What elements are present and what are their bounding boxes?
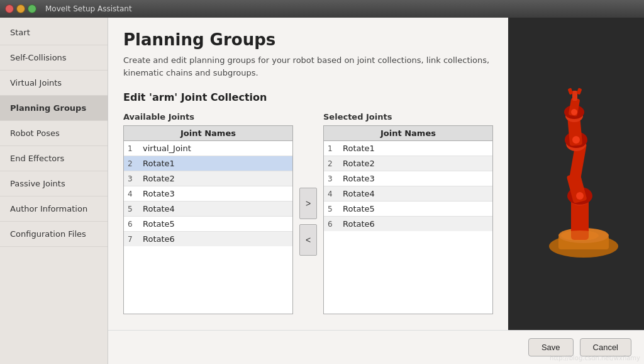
window-controls[interactable]: [5, 4, 36, 13]
available-joint-row-1[interactable]: 1 virtual_Joint: [124, 141, 292, 156]
sidebar-item-planning-groups[interactable]: Planning Groups: [0, 96, 108, 121]
joint-name-7: Rotate6: [143, 234, 175, 244]
selected-joint-row-1[interactable]: 1 Rotate1: [324, 141, 492, 156]
selected-joints-panel: Selected Joints Joint Names 1 Rotate1 2 …: [323, 112, 493, 314]
sidebar-item-virtual-joints[interactable]: Virtual Joints: [0, 71, 108, 96]
joint-name-4: Rotate3: [143, 189, 175, 198]
selected-joint-index-5: 5: [328, 205, 339, 213]
sidebar-item-start[interactable]: Start: [0, 20, 108, 45]
section-title: Edit 'arm' Joint Collection: [123, 91, 493, 103]
svg-point-19: [572, 136, 580, 144]
selected-joint-index-2: 2: [328, 159, 339, 168]
selected-joint-name-1: Rotate1: [343, 144, 375, 153]
joint-name-5: Rotate4: [143, 204, 175, 213]
footer: Save Cancel http://blog.csdn.net/wxflamy: [108, 330, 644, 364]
selected-joint-name-2: Rotate2: [343, 159, 375, 168]
selected-joint-name-5: Rotate5: [343, 204, 375, 213]
sidebar-item-end-effectors[interactable]: End Effectors: [0, 146, 108, 171]
minimize-button[interactable]: [16, 4, 25, 13]
titlebar: MoveIt Setup Assistant: [0, 0, 644, 18]
svg-rect-14: [572, 91, 577, 101]
sidebar-item-self-collisions[interactable]: Self-Collisions: [0, 45, 108, 71]
svg-point-18: [576, 192, 584, 200]
robot-viewport: [508, 18, 644, 330]
selected-joints-label: Selected Joints: [323, 112, 493, 122]
remove-joint-button[interactable]: <: [299, 224, 317, 256]
cancel-button[interactable]: Cancel: [580, 338, 631, 356]
selected-joint-row-3[interactable]: 3 Rotate3: [324, 171, 492, 186]
content-viewport-row: Planning Groups Create and edit planning…: [108, 18, 644, 330]
joint-index-7: 7: [128, 235, 139, 244]
page-description: Create and edit planning groups for your…: [123, 54, 493, 79]
available-joint-row-4[interactable]: 4 Rotate3: [124, 186, 292, 202]
main-content: Planning Groups Create and edit planning…: [108, 18, 508, 330]
available-joint-row-6[interactable]: 6 Rotate5: [124, 217, 292, 232]
app-body: Start Self-Collisions Virtual Joints Pla…: [0, 18, 644, 364]
selected-joint-row-4[interactable]: 4 Rotate4: [324, 186, 492, 202]
sidebar-item-passive-joints[interactable]: Passive Joints: [0, 171, 108, 196]
selected-joint-index-1: 1: [328, 144, 339, 153]
watermark: http://blog.csdn.net/wxflamy: [550, 355, 640, 361]
sidebar-item-author-information[interactable]: Author Information: [0, 196, 108, 222]
svg-rect-16: [576, 88, 582, 94]
selected-joints-header: Joint Names: [324, 126, 492, 141]
joint-index-5: 5: [128, 205, 139, 213]
joint-name-2: Rotate1: [143, 159, 175, 168]
available-joints-label: Available Joints: [123, 112, 293, 122]
close-button[interactable]: [5, 4, 14, 13]
available-joint-row-7[interactable]: 7 Rotate6: [124, 232, 292, 246]
joint-editor: Available Joints Joint Names 1 virtual_J…: [123, 112, 493, 314]
selected-joint-row-2[interactable]: 2 Rotate2: [324, 156, 492, 171]
joint-name-6: Rotate5: [143, 219, 175, 229]
sidebar: Start Self-Collisions Virtual Joints Pla…: [0, 18, 108, 364]
available-joint-row-2[interactable]: 2 Rotate1: [124, 156, 292, 171]
sidebar-item-configuration-files[interactable]: Configuration Files: [0, 222, 108, 247]
available-joint-row-3[interactable]: 3 Rotate2: [124, 171, 292, 186]
page-title: Planning Groups: [123, 30, 493, 49]
available-joint-row-5[interactable]: 5 Rotate4: [124, 202, 292, 217]
robot-svg: [514, 79, 640, 268]
selected-joint-name-6: Rotate6: [343, 219, 375, 229]
selected-joint-index-6: 6: [328, 220, 339, 229]
joint-name-3: Rotate2: [143, 174, 175, 183]
selected-joint-name-4: Rotate4: [343, 189, 375, 198]
joint-name-1: virtual_Joint: [143, 144, 191, 153]
svg-point-20: [571, 109, 577, 115]
joint-index-2: 2: [128, 159, 139, 168]
available-joints-panel: Available Joints Joint Names 1 virtual_J…: [123, 112, 293, 314]
maximize-button[interactable]: [28, 4, 36, 13]
transfer-buttons: > <: [293, 188, 323, 256]
joint-index-6: 6: [128, 220, 139, 229]
add-joint-button[interactable]: >: [299, 188, 317, 219]
sidebar-item-robot-poses[interactable]: Robot Poses: [0, 121, 108, 146]
window-title: MoveIt Setup Assistant: [45, 4, 132, 13]
svg-point-17: [561, 230, 599, 241]
selected-joint-name-3: Rotate3: [343, 174, 375, 183]
selected-joints-table: Joint Names 1 Rotate1 2 Rotate2 3: [323, 125, 493, 314]
joint-index-1: 1: [128, 144, 139, 153]
available-joints-header: Joint Names: [124, 126, 292, 141]
selected-joint-index-3: 3: [328, 174, 339, 183]
content-area: Planning Groups Create and edit planning…: [108, 18, 644, 364]
selected-joint-index-4: 4: [328, 190, 339, 198]
available-joints-table: Joint Names 1 virtual_Joint 2 Rotate1 3: [123, 125, 293, 314]
joint-index-4: 4: [128, 190, 139, 198]
selected-joint-row-6[interactable]: 6 Rotate6: [324, 217, 492, 231]
joint-index-3: 3: [128, 174, 139, 183]
svg-rect-15: [567, 88, 573, 94]
save-button[interactable]: Save: [528, 338, 574, 356]
selected-joint-row-5[interactable]: 5 Rotate5: [324, 202, 492, 217]
